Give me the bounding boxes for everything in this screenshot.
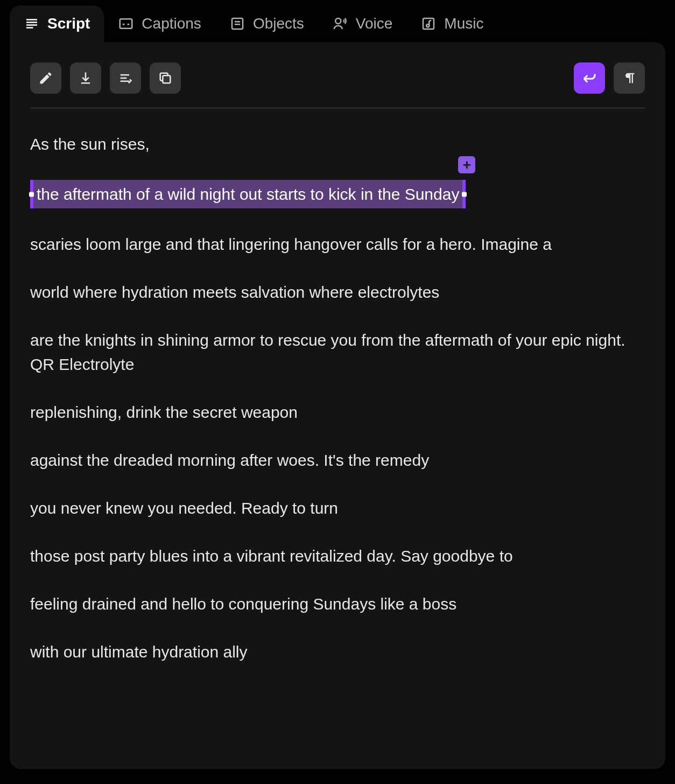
edit-icon <box>38 71 53 86</box>
tab-label: Music <box>444 15 483 32</box>
script-line[interactable]: feeling drained and hello to conquering … <box>30 592 645 616</box>
format-icon <box>118 71 133 86</box>
svg-rect-14 <box>163 75 170 83</box>
app-root: Script Captions Objects <box>0 0 675 784</box>
script-line[interactable]: against the dreaded morning after woes. … <box>30 448 645 472</box>
svg-point-8 <box>335 18 341 24</box>
music-icon <box>420 16 437 32</box>
return-button[interactable] <box>574 62 605 94</box>
paragraph-button[interactable] <box>614 62 645 94</box>
tab-objects[interactable]: Objects <box>215 5 318 42</box>
paragraph-icon <box>622 71 637 86</box>
script-line[interactable]: world where hydration meets salvation wh… <box>30 280 645 304</box>
voice-icon <box>332 16 348 32</box>
selected-text[interactable]: the aftermath of a wild night out starts… <box>30 180 466 208</box>
script-line-selected[interactable]: the aftermath of a wild night out starts… <box>30 180 466 208</box>
return-icon <box>581 70 597 86</box>
script-icon <box>24 16 40 32</box>
svg-point-10 <box>427 24 430 27</box>
script-line[interactable]: are the knights in shining armor to resc… <box>30 328 645 376</box>
tab-label: Objects <box>253 15 304 32</box>
tab-label: Captions <box>142 15 201 32</box>
toolbar <box>30 55 645 108</box>
tab-label: Script <box>47 15 90 32</box>
script-line[interactable]: replenishing, drink the secret weapon <box>30 400 645 424</box>
download-icon <box>78 71 93 86</box>
tab-script[interactable]: Script <box>10 5 104 42</box>
download-button[interactable] <box>70 62 101 94</box>
format-button[interactable] <box>110 62 141 94</box>
copy-icon <box>158 71 173 86</box>
svg-rect-4 <box>120 19 132 29</box>
edit-button[interactable] <box>30 62 61 94</box>
script-body[interactable]: As the sun rises, the aftermath of a wil… <box>30 108 645 664</box>
copy-button[interactable] <box>150 62 181 94</box>
tab-captions[interactable]: Captions <box>104 5 215 42</box>
script-line[interactable]: As the sun rises, <box>30 132 645 156</box>
add-selection-button[interactable]: + <box>458 156 475 173</box>
objects-icon <box>229 16 245 32</box>
captions-icon <box>118 16 134 32</box>
script-line[interactable]: those post party blues into a vibrant re… <box>30 544 645 568</box>
script-line[interactable]: with our ultimate hydration ally <box>30 640 645 664</box>
script-line[interactable]: you never knew you needed. Ready to turn <box>30 496 645 520</box>
tab-label: Voice <box>356 15 393 32</box>
script-panel: As the sun rises, the aftermath of a wil… <box>10 42 665 769</box>
tab-voice[interactable]: Voice <box>318 5 407 42</box>
tab-music[interactable]: Music <box>406 5 497 42</box>
script-line[interactable]: scaries loom large and that lingering ha… <box>30 232 645 256</box>
tab-bar: Script Captions Objects <box>0 5 675 42</box>
